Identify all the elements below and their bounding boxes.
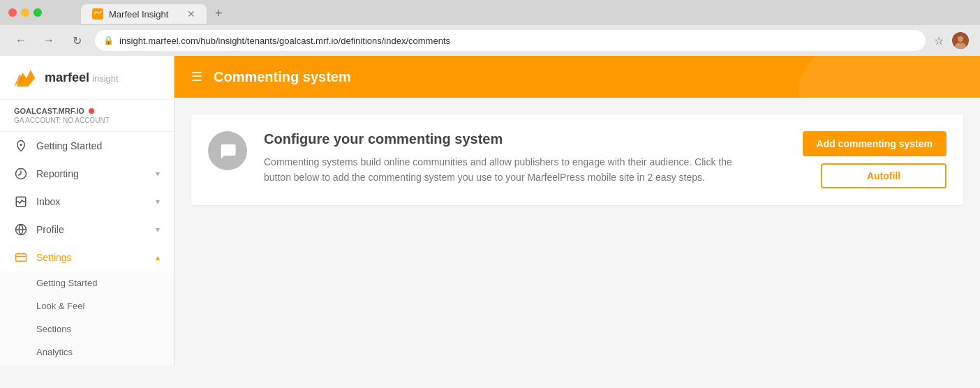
chevron-down-icon: ▾ — [156, 169, 160, 179]
configure-card: Configure your commenting system Comment… — [191, 114, 963, 205]
bookmark-icon[interactable]: ☆ — [934, 34, 944, 47]
sidebar-item-inbox[interactable]: Inbox ▾ — [0, 188, 174, 216]
chevron-up-icon: ▴ — [156, 253, 160, 262]
subnav-item-analytics[interactable]: Analytics — [0, 341, 174, 364]
svg-rect-8 — [16, 254, 27, 262]
product-name: insight — [92, 73, 119, 84]
configure-actions: Add commenting system Autofill — [803, 131, 946, 188]
browser-titlebar: Marfeel Insight ✕ + — [0, 0, 980, 25]
marfeel-logo-icon — [14, 67, 39, 88]
nav-label-settings: Settings — [36, 252, 147, 263]
back-button[interactable]: ← — [11, 31, 31, 50]
main-content: ☰ Commenting system Configure your comme… — [175, 56, 980, 366]
sidebar-logo: marfeel insight — [0, 56, 174, 100]
lock-icon: 🔒 — [103, 36, 114, 45]
autofill-button[interactable]: Autofill — [821, 163, 946, 188]
maximize-button[interactable] — [34, 8, 42, 17]
app-container: marfeel insight GOALCAST.MRF.IO GA ACCOU… — [0, 56, 980, 366]
browser-tab[interactable]: Marfeel Insight ✕ — [81, 4, 207, 24]
page-header: ☰ Commenting system — [175, 56, 980, 98]
traffic-lights — [8, 8, 42, 17]
settings-subnav: Getting Started Look & Feel Sections Ana… — [0, 271, 174, 366]
menu-icon[interactable]: ☰ — [191, 69, 202, 84]
tab-close-button[interactable]: ✕ — [187, 8, 195, 20]
rocket-icon — [14, 139, 28, 153]
account-info: GOALCAST.MRF.IO GA ACCOUNT: NO ACCOUNT — [0, 100, 174, 132]
configure-card-text: Configure your commenting system Comment… — [264, 131, 786, 186]
url-bar[interactable]: 🔒 insight.marfeel.com/hub/insight/tenant… — [95, 30, 926, 51]
sidebar-item-getting-started[interactable]: Getting Started — [0, 132, 174, 160]
browser-chrome: Marfeel Insight ✕ + ← → ↻ 🔒 insight.marf… — [0, 0, 980, 56]
forward-button[interactable]: → — [39, 31, 59, 50]
refresh-button[interactable]: ↻ — [67, 31, 87, 50]
sidebar-item-reporting[interactable]: Reporting ▾ — [0, 160, 174, 188]
account-status-dot — [89, 108, 94, 114]
svg-point-0 — [958, 36, 963, 42]
configure-title: Configure your commenting system — [264, 131, 786, 147]
subnav-item-look-feel[interactable]: Look & Feel — [0, 294, 174, 318]
account-name: GOALCAST.MRF.IO — [14, 107, 160, 115]
globe-icon — [14, 223, 28, 237]
url-text: insight.marfeel.com/hub/insight/tenants/… — [119, 36, 450, 46]
nav-label-reporting: Reporting — [36, 168, 147, 179]
chevron-down-icon: ▾ — [156, 197, 160, 207]
sidebar-item-settings[interactable]: Settings ▴ — [0, 244, 174, 271]
configure-description: Commenting systems build online communit… — [264, 154, 752, 186]
user-avatar — [952, 32, 969, 49]
nav-label-profile: Profile — [36, 224, 147, 235]
close-button[interactable] — [8, 8, 17, 17]
inbox-icon — [14, 195, 28, 209]
logo-mark — [14, 67, 39, 88]
subnav-item-ad-inventory[interactable]: Ad inventory — [0, 364, 174, 366]
nav-label-inbox: Inbox — [36, 196, 147, 207]
sidebar-item-profile[interactable]: Profile ▾ — [0, 216, 174, 244]
sidebar: marfeel insight GOALCAST.MRF.IO GA ACCOU… — [0, 56, 175, 366]
settings-icon — [14, 251, 28, 264]
add-commenting-system-button[interactable]: Add commenting system — [803, 131, 946, 156]
svg-point-1 — [955, 43, 966, 49]
comment-icon — [218, 141, 237, 161]
tab-bar: Marfeel Insight ✕ + — [81, 1, 972, 24]
new-tab-button[interactable]: + — [209, 3, 228, 24]
minimize-button[interactable] — [21, 8, 29, 17]
svg-point-4 — [20, 144, 22, 146]
chart-icon — [14, 167, 28, 181]
chevron-down-icon: ▾ — [156, 225, 160, 234]
tab-favicon — [92, 8, 103, 20]
address-bar: ← → ↻ 🔒 insight.marfeel.com/hub/insight/… — [0, 25, 980, 56]
page-body: Configure your commenting system Comment… — [175, 98, 980, 366]
subnav-item-sections[interactable]: Sections — [0, 318, 174, 341]
account-sub: GA ACCOUNT: NO ACCOUNT — [14, 117, 160, 124]
brand-name: marfeel — [45, 70, 89, 85]
configure-icon-wrap — [208, 131, 247, 170]
main-nav: Getting Started Reporting ▾ Inbox ▾ — [0, 132, 174, 366]
page-title: Commenting system — [214, 69, 351, 85]
subnav-item-getting-started[interactable]: Getting Started — [0, 271, 174, 294]
tab-title: Marfeel Insight — [109, 9, 168, 20]
nav-label-getting-started: Getting Started — [36, 140, 160, 151]
